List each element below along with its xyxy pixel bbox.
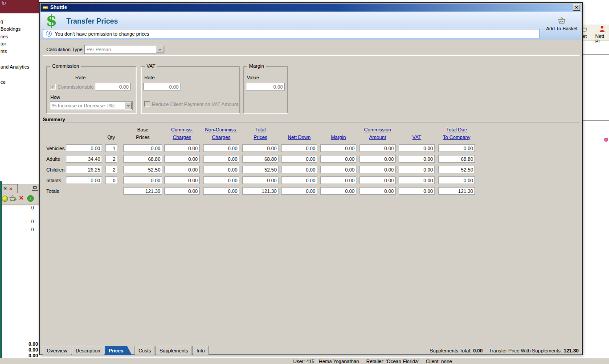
vehicles-vat-field[interactable]: 0.00 (399, 144, 435, 152)
delete-icon[interactable]: ✕ (19, 194, 24, 201)
background-panel-tab[interactable]: ts✕ (1, 184, 18, 193)
infants-nett-down-field[interactable]: 0.00 (281, 176, 317, 184)
infants-commiss-charges-field[interactable]: 0.00 (164, 176, 200, 184)
dollar-icon: $ (46, 11, 57, 29)
vehicles-margin-field[interactable]: 0.00 (320, 144, 356, 152)
infants-total-prices-field[interactable]: 0.00 (242, 176, 278, 184)
infants-vat-field[interactable]: 0.00 (399, 176, 435, 184)
totals-vat-field[interactable]: 0.00 (399, 187, 435, 195)
infants-total-due-field[interactable]: 0.00 (438, 176, 475, 184)
commissionable-checkbox[interactable]: ✓ (50, 84, 56, 90)
children-nett-down-field[interactable]: 0.00 (281, 166, 317, 173)
vehicles-unit-field[interactable]: 0.00 (66, 144, 102, 152)
vehicles-commiss-charges-field[interactable]: 0.00 (164, 144, 200, 152)
totals-commiss-charges-field[interactable]: 0.00 (164, 187, 200, 195)
close-button[interactable]: ✕ (573, 4, 580, 11)
status-circle-icon[interactable] (2, 196, 8, 202)
vehicles-commission-amount-field[interactable]: 0.00 (360, 144, 396, 152)
totals-non-commiss-charges-field[interactable]: 0.00 (203, 187, 239, 195)
toolbar-label-fragment[interactable]: et (583, 33, 587, 39)
adults-qty-field[interactable]: 2 (105, 155, 117, 163)
col-header-non-commiss-charges[interactable]: Non-Commiss.Charges (203, 126, 239, 142)
children-margin-field[interactable]: 0.00 (320, 166, 356, 173)
bg-menu-item[interactable]: ces (0, 34, 8, 39)
tab-prices[interactable]: Prices (105, 346, 132, 355)
status-retailer: Retailer: 'Ocean-Florida' (366, 359, 419, 364)
adults-margin-field[interactable]: 0.00 (320, 155, 356, 163)
chevron-down-icon[interactable] (156, 46, 163, 53)
vehicles-non-commiss-charges-field[interactable]: 0.00 (203, 144, 239, 152)
vat-rate-field[interactable]: 0.00 (143, 83, 180, 90)
infants-margin-field[interactable]: 0.00 (320, 176, 356, 184)
infants-non-commiss-charges-field[interactable]: 0.00 (203, 176, 239, 184)
col-header-commiss-charges[interactable]: Commiss.Charges (164, 126, 200, 142)
tab-overview[interactable]: Overview (43, 346, 71, 355)
toolbar-label-fragment[interactable]: Nett Pr (595, 33, 609, 44)
bg-menu-item-bookings[interactable]: Bookings (0, 26, 20, 32)
adults-nett-down-field[interactable]: 0.00 (281, 155, 317, 163)
margin-value-field[interactable]: 0.00 (246, 83, 285, 90)
adults-base-prices-field[interactable]: 68.80 (123, 155, 162, 163)
infants-base-prices-field[interactable]: 0.00 (123, 176, 162, 184)
totals-nett-down-field[interactable]: 0.00 (281, 187, 317, 195)
bg-menu-item[interactable]: ce (0, 79, 6, 85)
children-vat-field[interactable]: 0.00 (399, 166, 435, 173)
children-non-commiss-charges-field[interactable]: 0.00 (203, 166, 239, 173)
totals-total-due-field[interactable]: 121.30 (438, 187, 475, 195)
reduce-client-payment-checkbox[interactable] (144, 101, 150, 107)
col-header-vat[interactable]: VAT (399, 126, 435, 142)
children-commission-amount-field[interactable]: 0.00 (360, 166, 396, 173)
infants-qty-field[interactable]: 0 (105, 176, 117, 184)
col-header-nett-down[interactable]: Nett Down (281, 126, 317, 142)
children-total-due-field[interactable]: 52.50 (438, 166, 475, 173)
totals-total-prices-field[interactable]: 121.30 (242, 187, 278, 195)
adults-total-prices-field[interactable]: 68.80 (242, 155, 278, 163)
adults-commission-amount-field[interactable]: 0.00 (360, 155, 396, 163)
col-header-total-prices[interactable]: TotalPrices (242, 126, 278, 142)
adults-unit-field[interactable]: 34.40 (66, 155, 102, 163)
tab-close-icon[interactable]: ✕ (9, 187, 13, 191)
commission-how-dropdown[interactable]: % Increase or Decrease [%] (50, 101, 133, 110)
children-commiss-charges-field[interactable]: 0.00 (164, 166, 200, 173)
tab-costs[interactable]: Costs (135, 346, 155, 355)
add-to-basket-icon (557, 17, 566, 24)
vehicles-qty-field[interactable]: 1 (105, 144, 117, 152)
bg-menu-item[interactable]: g (0, 19, 3, 24)
up-arrow-icon[interactable]: ↑ (27, 195, 34, 202)
window-titlebar[interactable]: Shuttle ✕ (41, 4, 581, 12)
vehicles-total-due-field[interactable]: 0.00 (438, 144, 475, 152)
bg-menu-item[interactable]: tor (0, 41, 6, 46)
bottom-tab-bar: Overview Description Prices Costs Supple… (43, 346, 209, 355)
totals-base-prices-field[interactable]: 121.30 (123, 187, 162, 195)
children-qty-field[interactable]: 2 (105, 166, 117, 173)
vehicles-base-prices-field[interactable]: 0.00 (123, 144, 162, 152)
bg-menu-item[interactable]: nts (0, 49, 7, 54)
infants-commission-amount-field[interactable]: 0.00 (360, 176, 396, 184)
col-header-margin[interactable]: Margin (320, 126, 356, 142)
children-total-prices-field[interactable]: 52.50 (242, 166, 278, 173)
tab-description[interactable]: Description (72, 346, 104, 355)
infants-unit-field[interactable]: 0.00 (66, 176, 102, 184)
adults-non-commiss-charges-field[interactable]: 0.00 (203, 155, 239, 163)
children-unit-field[interactable]: 26.25 (66, 166, 102, 173)
adults-total-due-field[interactable]: 68.80 (438, 155, 475, 163)
vehicles-total-prices-field[interactable]: 0.00 (242, 144, 278, 152)
bg-menu-item-analytics[interactable]: and Analytics (0, 64, 29, 70)
tab-info[interactable]: Info (192, 346, 208, 355)
nett-price-icon[interactable] (599, 25, 605, 33)
commission-rate-field[interactable]: 0.00 (95, 83, 131, 90)
add-item-basket-icon[interactable] (9, 195, 16, 202)
calculation-type-dropdown[interactable]: Per Person (84, 45, 164, 54)
restore-window-button[interactable] (32, 185, 38, 191)
vehicles-nett-down-field[interactable]: 0.00 (281, 144, 317, 152)
adults-vat-field[interactable]: 0.00 (399, 155, 435, 163)
add-to-basket-button[interactable]: Add To Basket (542, 17, 581, 31)
children-base-prices-field[interactable]: 52.50 (123, 166, 162, 173)
totals-commission-amount-field[interactable]: 0.00 (360, 187, 396, 195)
col-header-commission-amount[interactable]: CommissionAmount (360, 126, 396, 142)
totals-margin-field[interactable]: 0.00 (320, 187, 356, 195)
col-header-total-due[interactable]: Total DueTo Company (438, 126, 475, 142)
chevron-down-icon[interactable] (124, 102, 132, 109)
adults-commiss-charges-field[interactable]: 0.00 (164, 155, 200, 163)
tab-supplements[interactable]: Supplements (155, 346, 192, 355)
